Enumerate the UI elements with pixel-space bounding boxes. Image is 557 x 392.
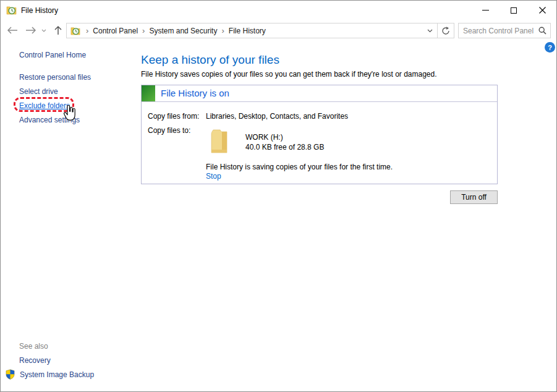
- breadcrumb-system-and-security[interactable]: System and Security: [148, 27, 218, 35]
- close-icon: [539, 7, 546, 14]
- sidebar-item-restore-personal-files[interactable]: Restore personal files: [19, 73, 91, 82]
- search-icon[interactable]: [538, 27, 546, 35]
- chevron-down-icon: [427, 29, 433, 33]
- breadcrumb-separator: ›: [139, 26, 148, 35]
- window-title: File History: [21, 6, 58, 15]
- chevron-down-icon: [41, 29, 46, 32]
- copy-to-label: Copy files to:: [148, 126, 190, 135]
- breadcrumb-separator: ›: [218, 26, 227, 35]
- forward-arrow-icon: [25, 27, 36, 34]
- title-bar: File History: [1, 1, 556, 20]
- see-also-header: See also: [19, 342, 48, 351]
- file-history-window: File History: [0, 0, 557, 392]
- help-icon[interactable]: ?: [545, 42, 555, 53]
- sidebar-item-recovery[interactable]: Recovery: [19, 356, 51, 365]
- drive-free-space: 40.0 KB free of 28.8 GB: [245, 143, 324, 151]
- search-input[interactable]: [459, 27, 538, 35]
- up-button[interactable]: [50, 22, 66, 38]
- address-bar[interactable]: › Control Panel › System and Security › …: [66, 23, 454, 38]
- breadcrumb-file-history[interactable]: File History: [227, 27, 267, 35]
- forward-button[interactable]: [23, 22, 39, 38]
- breadcrumb-separator: ›: [83, 26, 91, 35]
- stop-link[interactable]: Stop: [206, 172, 221, 181]
- minimize-button[interactable]: [471, 1, 500, 20]
- page-description: File History saves copies of your files …: [141, 70, 437, 79]
- navigation-toolbar: › Control Panel › System and Security › …: [1, 20, 556, 40]
- address-bar-controls: [422, 23, 454, 38]
- minimize-icon: [482, 10, 489, 11]
- copy-from-value: Libraries, Desktop, Contacts, and Favori…: [206, 112, 348, 121]
- address-dropdown-button[interactable]: [422, 23, 437, 38]
- folder-icon: [210, 129, 228, 154]
- breadcrumb-control-panel[interactable]: Control Panel: [91, 27, 139, 35]
- up-arrow-icon: [54, 25, 62, 35]
- recent-pages-button[interactable]: [39, 22, 49, 38]
- file-history-icon: [6, 5, 17, 15]
- maximize-icon: [511, 7, 517, 14]
- drive-name: WORK (H:): [245, 133, 283, 142]
- turn-off-button[interactable]: Turn off: [450, 190, 498, 204]
- sidebar-item-system-image-backup[interactable]: System Image Backup: [20, 370, 94, 379]
- page-title: Keep a history of your files: [141, 53, 279, 67]
- status-panel-header: File History is on: [142, 85, 497, 102]
- close-button[interactable]: [528, 1, 556, 20]
- refresh-icon: [441, 27, 450, 35]
- file-history-status-panel: File History is on Copy files from: Libr…: [141, 85, 498, 184]
- copy-from-label: Copy files from:: [148, 112, 199, 121]
- maximize-button[interactable]: [500, 1, 528, 20]
- sidebar-item-select-drive[interactable]: Select drive: [19, 87, 58, 96]
- uac-shield-icon: [6, 369, 15, 380]
- status-title: File History is on: [161, 88, 229, 98]
- refresh-button[interactable]: [438, 23, 454, 38]
- search-box: [458, 23, 551, 38]
- sidebar-item-advanced-settings[interactable]: Advanced settings: [19, 116, 80, 124]
- sidebar-item-control-panel-home[interactable]: Control Panel Home: [19, 51, 86, 59]
- back-arrow-icon: [7, 27, 18, 34]
- status-message: File History is saving copies of your fi…: [206, 163, 393, 171]
- sidebar-item-exclude-folders[interactable]: Exclude folders: [19, 101, 70, 110]
- file-history-icon: [70, 26, 80, 36]
- status-on-indicator: [142, 85, 155, 101]
- back-button[interactable]: [4, 22, 20, 38]
